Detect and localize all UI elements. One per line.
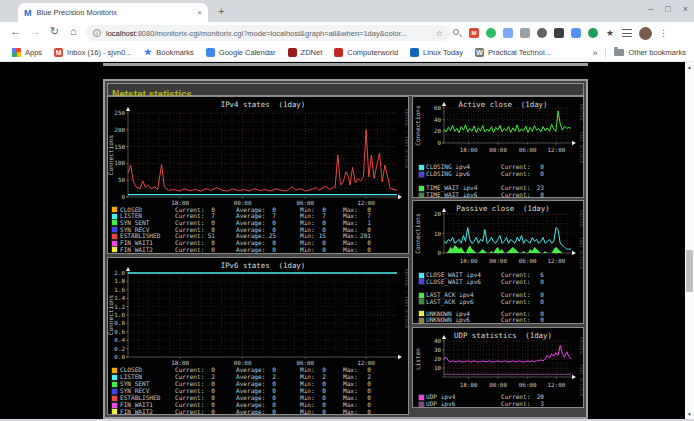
tab-title: Blue Precision Monitorix: [37, 8, 194, 17]
messages-extension-icon[interactable]: [571, 28, 581, 38]
y-tick-label: 250: [114, 110, 125, 116]
scroll-up-arrow[interactable]: ▲: [685, 64, 694, 70]
browser-toolbar: ← → ↻ ⌂ i localhost:8080/monitorix-cgi/m…: [0, 22, 694, 44]
bookmark-star-icon[interactable]: ☆: [436, 29, 443, 38]
bookmarks-separator: [605, 48, 606, 58]
other-bookmarks-label[interactable]: Other bookmarks: [628, 48, 686, 57]
tab-close-icon[interactable]: ×: [197, 8, 202, 17]
x-tick-label: 12:00: [357, 360, 375, 366]
legend-swatch: [419, 395, 424, 400]
legend-swatch: [112, 220, 117, 225]
home-button[interactable]: ⌂: [70, 25, 77, 37]
y-tick-label: 40: [434, 117, 442, 123]
list-extension-icon[interactable]: [622, 29, 632, 38]
linuxtoday-icon: [410, 48, 419, 57]
reload-button[interactable]: ↻: [50, 25, 59, 38]
bookmark-label: Google Calendar: [219, 48, 276, 57]
green-pin-extension-icon[interactable]: [486, 28, 496, 38]
rrdtool-watermark: RRDTOOL / TOBI OETIKER: [404, 109, 409, 169]
legend-swatch: [112, 214, 117, 219]
page-extension-icon[interactable]: [520, 28, 530, 38]
graph-udp-statistics[interactable]: UDP statistics (1day)Listen1020304018:00…: [412, 327, 584, 408]
eye-extension-icon[interactable]: [537, 28, 547, 38]
bookmark-label: Computerworld: [347, 48, 398, 57]
graph-ipv6-states[interactable]: IPv6 states (1day)Connections0.00.20.40.…: [107, 257, 409, 415]
legend-row-fin_wait2: FIN_WAIT2Current:0Average:0Min:0Max:0: [108, 247, 409, 254]
legend-swatch: [419, 311, 424, 316]
new-tab-button[interactable]: +: [218, 5, 224, 17]
legend-swatch: [112, 368, 117, 373]
bookmark-gmail[interactable]: MInbox (16) - sjvn0...: [54, 48, 131, 57]
y-tick-label: 1.2: [114, 304, 125, 310]
x-tick-label: 12:00: [548, 382, 566, 388]
maximize-button[interactable]: □: [665, 4, 670, 14]
address-bar[interactable]: i localhost:8080/monitorix-cgi/monitorix…: [86, 25, 450, 41]
search-extension-icon[interactable]: [452, 28, 462, 38]
page-content: Netstat statistics IPv4 states (1day)Con…: [0, 62, 694, 419]
legend-swatch: [419, 172, 424, 177]
graph-active-close[interactable]: Active close (1day)Connections020406018:…: [412, 96, 584, 198]
legend-swatch: [112, 396, 117, 401]
close-button[interactable]: ×: [683, 4, 688, 14]
legend-row-closing-ipv6: CLOSING ipv6Current:0: [413, 171, 584, 178]
legend-swatch: [419, 273, 424, 278]
forward-button[interactable]: →: [30, 25, 41, 37]
y-tick-label: 0: [437, 140, 441, 146]
minimize-button[interactable]: –: [648, 4, 653, 14]
gmail-extension-icon[interactable]: M: [469, 28, 479, 38]
y-axis-label: Listen: [414, 348, 421, 370]
graph-passive-close[interactable]: Passive close (1day)Connections0102018:0…: [412, 200, 584, 324]
y-tick-label: 30: [434, 347, 442, 353]
bookmarks-bar: AppsMInbox (16) - sjvn0...★BookmarksGoog…: [0, 44, 694, 62]
green-circle-extension-icon[interactable]: [588, 28, 598, 38]
graph-ipv4-states[interactable]: IPv4 states (1day)Connections05010015020…: [107, 96, 409, 254]
legend-swatch: [112, 375, 117, 380]
wordpress-icon: W: [475, 48, 484, 57]
legend-row-time_wait-ipv6: TIME_WAIT ipv6Current:0: [413, 192, 584, 198]
bookmark-zdnet[interactable]: ZDNet: [288, 48, 323, 57]
rrdtool-watermark: RRDTOOL / TOBI OETIKER: [579, 210, 584, 270]
bookmark-computerworld[interactable]: Computerworld: [334, 48, 398, 57]
profile-avatar[interactable]: [639, 27, 652, 40]
previous-section-border: [103, 63, 588, 66]
legend-swatch: [419, 193, 424, 198]
y-tick-label: 1.8: [114, 278, 125, 284]
tab-strip: M Blue Precision Monitorix × + – □ ×: [0, 0, 694, 22]
monitorix-favicon: M: [24, 8, 32, 18]
legend-row-last_ack-ipv6: LAST_ACK ipv6Current:0: [413, 299, 584, 306]
y-tick-label: 2.0: [114, 270, 125, 276]
gmail-icon: M: [54, 48, 63, 57]
bookmark-calendar[interactable]: Google Calendar: [206, 48, 276, 57]
y-tick-label: 1.0: [114, 312, 125, 318]
scrollbar-thumb[interactable]: [686, 250, 693, 292]
legend-row-close_wait-ipv6: CLOSE_WAIT ipv6Current:0: [413, 279, 584, 286]
chrome-menu-icon[interactable]: ⋮: [659, 28, 668, 38]
scroll-down-arrow[interactable]: ▼: [685, 411, 694, 417]
browser-tab[interactable]: M Blue Precision Monitorix ×: [18, 3, 208, 22]
bookmarks-overflow-chevron[interactable]: »: [592, 48, 597, 58]
legend-swatch: [112, 403, 117, 408]
legend-swatch: [419, 293, 424, 298]
bookmark-star[interactable]: ★Bookmarks: [143, 48, 194, 57]
pin-extension-icon[interactable]: ★: [605, 28, 615, 38]
page-info-icon[interactable]: i: [93, 29, 101, 37]
y-axis-label: Connections: [414, 105, 421, 146]
y-axis-label: Connections: [108, 294, 114, 335]
y-tick-label: 20: [434, 128, 442, 134]
bookmark-wordpress[interactable]: WPractical Technol...: [475, 48, 551, 57]
copy-pages-extension-icon[interactable]: [503, 28, 513, 38]
bookmark-apps-grid[interactable]: Apps: [12, 48, 42, 57]
x-tick-label: 12:00: [357, 200, 375, 206]
legend-swatch: [112, 389, 117, 394]
back-button[interactable]: ←: [10, 25, 21, 37]
page-scrollbar[interactable]: ▲ ▼: [685, 62, 694, 419]
url-text: localhost:8080/monitorix-cgi/monitorix.c…: [106, 29, 407, 38]
bookmark-linuxtoday[interactable]: Linux Today: [410, 48, 463, 57]
dark-square-extension-icon[interactable]: [554, 28, 564, 38]
x-tick-label: 00:00: [234, 360, 252, 366]
x-tick-label: 12:00: [548, 147, 566, 153]
star-icon: ★: [143, 48, 152, 57]
x-tick-label: 00:00: [489, 258, 507, 264]
x-tick-label: 18:00: [460, 258, 478, 264]
y-tick-label: 200: [114, 127, 125, 133]
